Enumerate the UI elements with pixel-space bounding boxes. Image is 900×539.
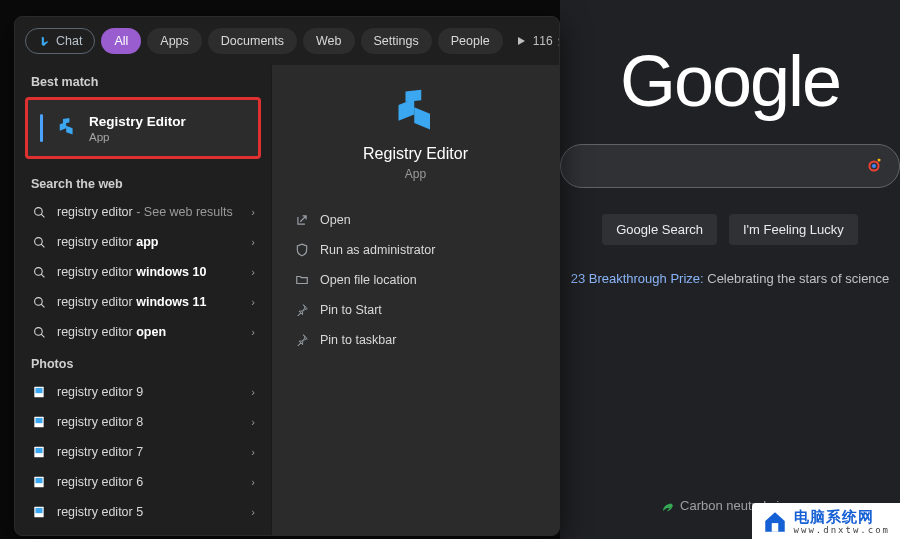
search-panel-body: Best match Registry Editor App Search th… [15, 65, 559, 535]
result-preview-pane: Registry Editor App Open Run as administ… [271, 65, 559, 535]
image-file-icon [31, 384, 47, 400]
photo-result[interactable]: registry editor 9› [19, 377, 267, 407]
search-tabs-row: Chat All Apps Documents Web Settings Peo… [15, 17, 559, 65]
svg-rect-28 [398, 99, 414, 121]
result-text: registry editor 8 [57, 415, 251, 429]
pin-start-icon [294, 302, 310, 318]
tab-web[interactable]: Web [303, 28, 354, 54]
svg-rect-23 [36, 448, 43, 453]
photo-result[interactable]: registry editor 5› [19, 497, 267, 527]
chevron-right-icon: › [251, 416, 255, 428]
tab-people[interactable]: People [438, 28, 503, 54]
watermark-title: 电脑系统网 [794, 509, 890, 524]
svg-line-9 [41, 214, 44, 217]
svg-rect-30 [405, 90, 421, 102]
result-text: registry editor windows 10 [57, 265, 251, 279]
chevron-right-icon: › [251, 266, 255, 278]
web-search-result[interactable]: registry editor open› [19, 317, 267, 347]
search-icon [31, 294, 47, 310]
svg-rect-27 [36, 508, 43, 513]
image-file-icon [31, 444, 47, 460]
web-search-result[interactable]: registry editor windows 11› [19, 287, 267, 317]
leaf-icon [660, 499, 674, 513]
svg-rect-19 [36, 388, 43, 393]
svg-point-1 [872, 164, 876, 168]
action-pin-start[interactable]: Pin to Start [284, 295, 547, 325]
registry-editor-large-icon [395, 89, 437, 131]
result-text: registry editor 7 [57, 445, 251, 459]
site-watermark: 电脑系统网 www.dnxtw.com [752, 503, 900, 539]
result-text: registry editor open [57, 325, 251, 339]
preview-subtitle: App [405, 167, 426, 181]
result-text: registry editor 9 [57, 385, 251, 399]
house-icon [762, 509, 788, 535]
svg-rect-21 [36, 418, 43, 423]
google-lens-icon[interactable] [863, 155, 885, 177]
best-match-result[interactable]: Registry Editor App [25, 97, 261, 159]
section-search-web: Search the web [19, 167, 267, 197]
svg-rect-25 [36, 478, 43, 483]
search-icon [31, 264, 47, 280]
result-text: registry editor app [57, 235, 251, 249]
web-search-result[interactable]: registry editor windows 10› [19, 257, 267, 287]
svg-line-11 [41, 244, 44, 247]
folder-icon [294, 272, 310, 288]
svg-rect-6 [66, 126, 72, 135]
google-promo-link[interactable]: 23 Breakthrough Prize: [571, 271, 704, 286]
google-homepage: Google Google Search I'm Feeling Lucky 2… [560, 0, 900, 539]
watermark-url: www.dnxtw.com [794, 526, 890, 535]
pin-taskbar-icon [294, 332, 310, 348]
google-buttons-row: Google Search I'm Feeling Lucky [602, 214, 857, 245]
image-file-icon [31, 504, 47, 520]
svg-point-12 [34, 267, 42, 275]
chevron-right-icon: › [251, 326, 255, 338]
registry-editor-icon [57, 117, 79, 139]
google-search-button[interactable]: Google Search [602, 214, 717, 245]
image-file-icon [31, 414, 47, 430]
rewards-points[interactable]: 116 [533, 34, 560, 48]
svg-point-8 [34, 207, 42, 215]
tab-apps[interactable]: Apps [147, 28, 202, 54]
search-results-column: Best match Registry Editor App Search th… [15, 65, 271, 535]
web-search-result[interactable]: registry editor - See web results› [19, 197, 267, 227]
tab-settings[interactable]: Settings [361, 28, 432, 54]
action-open-location[interactable]: Open file location [284, 265, 547, 295]
svg-point-3 [559, 37, 560, 43]
best-match-subtitle: App [89, 131, 186, 143]
google-promo-text: 23 Breakthrough Prize: Celebrating the s… [571, 271, 890, 286]
tab-all[interactable]: All [101, 28, 141, 54]
chevron-right-icon: › [251, 446, 255, 458]
section-best-match: Best match [19, 65, 267, 95]
photo-result[interactable]: registry editor 6› [19, 467, 267, 497]
windows-search-panel: Chat All Apps Documents Web Settings Peo… [14, 16, 560, 536]
svg-rect-2 [878, 159, 881, 162]
search-icon [31, 204, 47, 220]
action-pin-taskbar[interactable]: Pin to taskbar [284, 325, 547, 355]
best-match-text: Registry Editor App [89, 114, 186, 143]
google-lucky-button[interactable]: I'm Feeling Lucky [729, 214, 858, 245]
preview-title: Registry Editor [363, 145, 468, 163]
chevron-right-icon: › [251, 236, 255, 248]
svg-line-17 [41, 334, 44, 337]
svg-rect-29 [414, 107, 430, 129]
chevron-right-icon: › [251, 206, 255, 218]
action-run-admin[interactable]: Run as administrator [284, 235, 547, 265]
svg-rect-7 [63, 118, 69, 123]
photo-result[interactable]: registry editor 8› [19, 407, 267, 437]
svg-rect-5 [60, 122, 66, 131]
section-photos: Photos [19, 347, 267, 377]
svg-point-10 [34, 237, 42, 245]
result-text: registry editor 5 [57, 505, 251, 519]
search-icon [31, 234, 47, 250]
action-open[interactable]: Open [284, 205, 547, 235]
web-search-result[interactable]: registry editor app› [19, 227, 267, 257]
tab-documents[interactable]: Documents [208, 28, 297, 54]
svg-line-13 [41, 274, 44, 277]
google-search-input[interactable] [560, 144, 900, 188]
shield-icon [294, 242, 310, 258]
play-video-icon[interactable] [515, 31, 527, 51]
chevron-right-icon: › [251, 476, 255, 488]
tab-chat[interactable]: Chat [25, 28, 95, 54]
result-text: registry editor 6 [57, 475, 251, 489]
photo-result[interactable]: registry editor 7› [19, 437, 267, 467]
